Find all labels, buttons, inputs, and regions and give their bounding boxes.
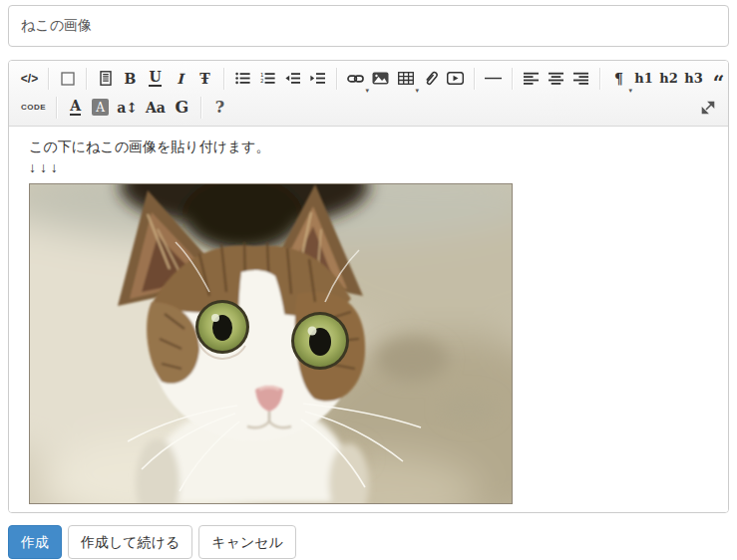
image-button[interactable]: [368, 66, 393, 92]
attachment-button[interactable]: [418, 66, 443, 92]
toolbar-separator: [56, 97, 57, 119]
font-color-icon: A: [70, 99, 81, 116]
h2-icon: h2: [659, 72, 678, 85]
align-right-button[interactable]: [568, 66, 593, 92]
toolbar-separator: [599, 68, 600, 90]
bullet-list-button[interactable]: [230, 66, 255, 92]
align-right-icon: [573, 72, 588, 85]
underline-icon: U: [149, 70, 161, 87]
cancel-button[interactable]: キャンセル: [198, 525, 296, 559]
image-icon: [372, 72, 389, 85]
outdent-button[interactable]: [280, 66, 305, 92]
bold-button[interactable]: B: [118, 66, 143, 92]
outdent-icon: [285, 72, 300, 85]
svg-text:1: 1: [260, 72, 264, 78]
link-button[interactable]: ▾: [343, 66, 368, 92]
toolbar-separator: [86, 68, 87, 90]
video-icon: [447, 72, 464, 85]
indent-button[interactable]: [305, 66, 330, 92]
expand-icon: [701, 101, 715, 115]
video-button[interactable]: [443, 66, 468, 92]
fullscreen-button[interactable]: [55, 66, 80, 92]
toolbar-separator: [512, 68, 513, 90]
horizontal-rule-icon: [485, 72, 502, 85]
toolbar-separator: [48, 68, 49, 90]
rich-text-editor: </>: [8, 60, 729, 513]
toolbar-separator: [474, 68, 475, 90]
create-and-continue-button[interactable]: 作成して続ける: [68, 525, 192, 559]
italic-icon: I: [177, 72, 184, 86]
align-left-button[interactable]: [519, 66, 544, 92]
strikethrough-icon: Ŧ: [199, 72, 209, 86]
page: </>: [0, 0, 737, 560]
align-center-button[interactable]: [544, 66, 568, 92]
heading1-button[interactable]: h1: [631, 66, 656, 92]
background-color-button[interactable]: A: [88, 95, 113, 121]
form-actions: 作成 作成して続ける キャンセル: [8, 525, 729, 559]
paragraph-style-button[interactable]: ¶ ▾: [606, 66, 631, 92]
font-g-icon: G: [176, 100, 189, 116]
font-g-button[interactable]: G: [170, 95, 194, 121]
font-color-button[interactable]: A: [63, 95, 88, 121]
font-size-button[interactable]: Aa: [142, 95, 170, 121]
bullet-list-icon: [235, 72, 250, 85]
code-view-icon: </>: [21, 73, 38, 85]
toolbar-separator: [336, 68, 337, 90]
fullscreen-icon: [61, 72, 75, 86]
editor-toolbar: </>: [9, 61, 728, 127]
horizontal-rule-button[interactable]: [481, 66, 506, 92]
heading3-button[interactable]: h3: [681, 66, 706, 92]
content-paragraph: この下にねこの画像を貼り付けます。: [29, 137, 708, 157]
blockquote-button[interactable]: “: [706, 66, 729, 92]
link-icon: [347, 73, 364, 85]
resize-editor-button[interactable]: [695, 95, 720, 121]
paperclip-icon: [424, 71, 438, 86]
toolbar-row-1: </>: [17, 64, 720, 93]
toolbar-separator: [223, 68, 224, 90]
heading2-button[interactable]: h2: [656, 66, 681, 92]
h1-icon: h1: [634, 72, 653, 85]
line-height-icon: a↕: [117, 101, 138, 115]
content-arrows: ↓ ↓ ↓: [29, 157, 708, 178]
italic-button[interactable]: I: [168, 66, 192, 92]
toolbar-separator: [200, 97, 201, 119]
document-format-icon: [99, 71, 113, 86]
bold-icon: B: [125, 72, 137, 86]
quote-icon: “: [713, 78, 725, 88]
editor-content-area[interactable]: この下にねこの画像を貼り付けます。 ↓ ↓ ↓: [9, 127, 728, 512]
title-input[interactable]: [8, 5, 729, 47]
code-view-button[interactable]: </>: [17, 66, 42, 92]
help-icon: ?: [215, 100, 224, 116]
create-button[interactable]: 作成: [8, 525, 62, 559]
align-center-icon: [549, 72, 563, 85]
table-button[interactable]: ▾: [393, 66, 418, 92]
strikethrough-button[interactable]: Ŧ: [192, 66, 217, 92]
align-left-icon: [524, 72, 539, 85]
code-block-button[interactable]: CODE: [17, 95, 50, 121]
toolbar-row-2: CODE A A a↕ Aa G: [17, 93, 720, 122]
numbered-list-icon: 1 2: [260, 72, 275, 85]
paragraph-icon: ¶: [614, 72, 623, 86]
help-button[interactable]: ?: [207, 95, 232, 121]
code-block-icon: CODE: [21, 103, 46, 112]
svg-text:2: 2: [260, 78, 264, 84]
document-format-button[interactable]: [93, 66, 118, 92]
h3-icon: h3: [684, 72, 703, 85]
table-icon: [398, 72, 414, 85]
indent-icon: [310, 72, 325, 85]
cat-photo[interactable]: [29, 183, 513, 504]
underline-button[interactable]: U: [143, 66, 168, 92]
line-height-button[interactable]: a↕: [113, 95, 142, 121]
font-size-icon: Aa: [146, 101, 166, 115]
background-color-icon: A: [92, 99, 109, 116]
numbered-list-button[interactable]: 1 2: [255, 66, 280, 92]
